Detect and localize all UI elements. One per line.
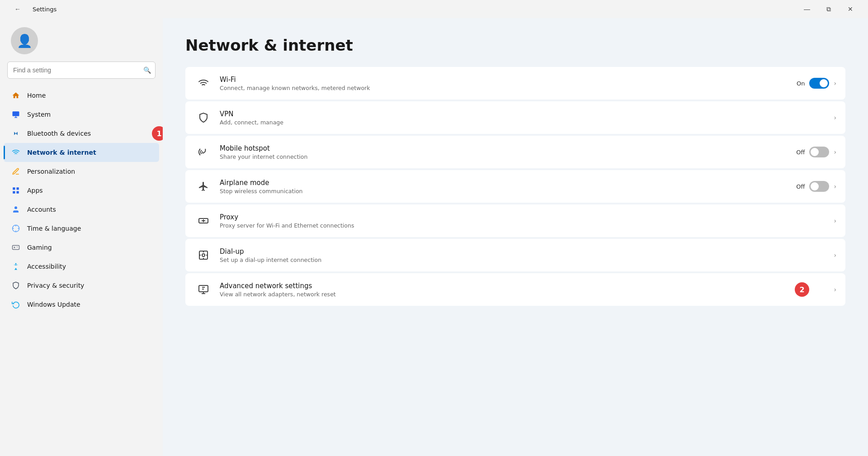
svg-rect-7 <box>13 246 19 250</box>
setting-text-vpn: VPN Add, connect, manage <box>220 110 834 126</box>
sidebar-item-bluetooth[interactable]: Bluetooth & devices 1 <box>4 124 159 143</box>
sidebar-item-accessibility[interactable]: Accessibility <box>4 257 159 276</box>
setting-text-proxy: Proxy Proxy server for Wi-Fi and Etherne… <box>220 213 834 229</box>
setting-desc-airplane: Stop wireless communication <box>220 188 796 195</box>
page-title: Network & internet <box>185 36 845 54</box>
nav-label-personalization: Personalization <box>27 168 75 175</box>
chevron-vpn: › <box>834 114 836 121</box>
setting-row-airplane[interactable]: Airplane mode Stop wireless communicatio… <box>185 170 845 203</box>
setting-right-airplane: Off › <box>796 181 836 192</box>
setting-title-advanced: Advanced network settings <box>220 282 834 290</box>
nav-label-time: Time & language <box>27 225 81 232</box>
network-icon <box>11 147 21 157</box>
maximize-button[interactable]: ⧉ <box>818 2 839 16</box>
setting-title-proxy: Proxy <box>220 213 834 221</box>
setting-right-wifi: On › <box>797 78 836 89</box>
gaming-icon <box>11 242 21 252</box>
title-bar-left: ← Settings <box>7 2 57 16</box>
privacy-icon <box>11 280 21 290</box>
sidebar-item-privacy[interactable]: Privacy & security <box>4 276 159 295</box>
nav-label-home: Home <box>27 92 46 99</box>
personalization-icon <box>11 166 21 176</box>
nav-label-update: Windows Update <box>27 301 80 308</box>
search-input[interactable] <box>7 62 156 79</box>
setting-text-advanced: Advanced network settings View all netwo… <box>220 282 834 298</box>
toggle-wifi[interactable] <box>809 78 829 89</box>
setting-text-hotspot: Mobile hotspot Share your internet conne… <box>220 144 796 160</box>
svg-rect-0 <box>13 111 19 116</box>
svg-point-5 <box>14 206 17 209</box>
setting-row-vpn[interactable]: VPN Add, connect, manage › <box>185 101 845 134</box>
svg-point-8 <box>15 263 17 265</box>
wifi-icon <box>194 74 212 92</box>
minimize-button[interactable]: — <box>797 2 817 16</box>
title-bar: ← Settings — ⧉ ✕ <box>0 0 868 18</box>
sidebar-item-accounts[interactable]: Accounts <box>4 200 159 219</box>
setting-text-wifi: Wi-Fi Connect, manage known networks, me… <box>220 76 797 91</box>
setting-title-airplane: Airplane mode <box>220 179 796 187</box>
svg-rect-2 <box>17 187 19 190</box>
setting-row-hotspot[interactable]: Mobile hotspot Share your internet conne… <box>185 136 845 168</box>
setting-title-vpn: VPN <box>220 110 834 118</box>
avatar-icon: 👤 <box>17 33 33 48</box>
nav-label-gaming: Gaming <box>27 244 52 251</box>
nav-label-accounts: Accounts <box>27 206 56 213</box>
chevron-wifi: › <box>834 80 836 87</box>
sidebar-item-gaming[interactable]: Gaming <box>4 238 159 257</box>
setting-desc-hotspot: Share your internet connection <box>220 153 796 160</box>
setting-desc-dialup: Set up a dial-up internet connection <box>220 256 834 263</box>
chevron-airplane: › <box>834 183 836 190</box>
nav-label-accessibility: Accessibility <box>27 263 66 270</box>
sidebar-item-time[interactable]: Time & language <box>4 219 159 238</box>
vpn-icon <box>194 109 212 127</box>
accessibility-icon <box>11 261 21 271</box>
update-icon <box>11 299 21 309</box>
chevron-advanced: › <box>834 286 836 293</box>
chevron-hotspot: › <box>834 148 836 156</box>
app-title: Settings <box>33 6 57 13</box>
nav-label-system: System <box>27 111 51 118</box>
toggle-hotspot[interactable] <box>809 147 829 157</box>
toggle-airplane[interactable] <box>809 181 829 192</box>
setting-desc-advanced: View all network adapters, network reset <box>220 291 834 298</box>
chevron-dialup: › <box>834 252 836 259</box>
nav-label-privacy: Privacy & security <box>27 282 84 289</box>
sidebar-item-home[interactable]: Home <box>4 86 159 105</box>
window-controls: — ⧉ ✕ <box>797 2 861 16</box>
home-icon <box>11 90 21 100</box>
app-body: 👤 🔍 Home System Bluetooth & devices 1 Ne… <box>0 18 868 456</box>
setting-desc-proxy: Proxy server for Wi-Fi and Ethernet conn… <box>220 222 834 229</box>
avatar: 👤 <box>11 27 38 54</box>
search-icon: 🔍 <box>143 66 151 74</box>
sidebar-item-personalization[interactable]: Personalization <box>4 162 159 181</box>
nav-label-network: Network & internet <box>27 149 96 156</box>
setting-desc-vpn: Add, connect, manage <box>220 119 834 126</box>
svg-rect-4 <box>17 191 19 194</box>
setting-row-wifi[interactable]: Wi-Fi Connect, manage known networks, me… <box>185 67 845 100</box>
back-button[interactable]: ← <box>7 2 28 16</box>
sidebar-item-system[interactable]: System <box>4 105 159 124</box>
setting-right-proxy: › <box>834 217 836 224</box>
advanced-icon <box>194 280 212 299</box>
setting-title-wifi: Wi-Fi <box>220 76 797 84</box>
airplane-icon <box>194 177 212 195</box>
toggle-label-hotspot: Off <box>796 149 805 156</box>
sidebar-item-update[interactable]: Windows Update <box>4 295 159 314</box>
hotspot-icon <box>194 143 212 161</box>
nav-label-apps: Apps <box>27 187 43 194</box>
setting-right-vpn: › <box>834 114 836 121</box>
setting-title-dialup: Dial-up <box>220 247 834 256</box>
annotation-badge-2: 2 <box>795 282 809 297</box>
chevron-proxy: › <box>834 217 836 224</box>
main-content: Network & internet Wi-Fi Connect, manage… <box>163 18 868 456</box>
setting-row-advanced[interactable]: Advanced network settings View all netwo… <box>185 273 845 306</box>
settings-list: Wi-Fi Connect, manage known networks, me… <box>185 67 845 306</box>
sidebar-item-apps[interactable]: Apps <box>4 181 159 200</box>
setting-text-airplane: Airplane mode Stop wireless communicatio… <box>220 179 796 195</box>
sidebar-item-network[interactable]: Network & internet <box>4 143 159 162</box>
setting-row-dialup[interactable]: Dial-up Set up a dial-up internet connec… <box>185 239 845 271</box>
svg-rect-1 <box>13 187 15 190</box>
setting-row-proxy[interactable]: Proxy Proxy server for Wi-Fi and Etherne… <box>185 204 845 237</box>
setting-right-advanced: › <box>834 286 836 293</box>
close-button[interactable]: ✕ <box>840 2 861 16</box>
